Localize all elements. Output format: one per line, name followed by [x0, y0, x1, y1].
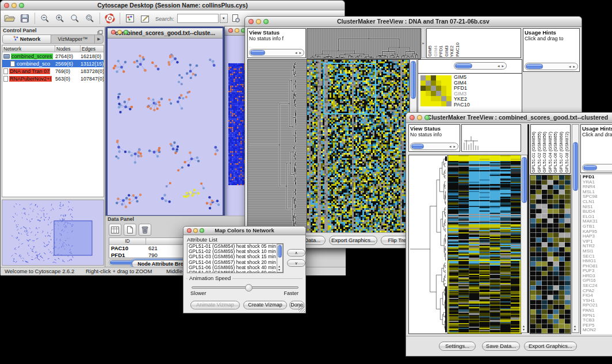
- new-attribute-icon[interactable]: [124, 224, 136, 236]
- expression-heatmap[interactable]: [307, 59, 410, 235]
- v-scrollbar[interactable]: [521, 155, 527, 333]
- animate-vizmap-button[interactable]: Animate Vizmap: [190, 301, 240, 309]
- minimize-button[interactable]: [12, 3, 17, 8]
- network-view-window-1[interactable]: combined_scores_good.txt--cluste...: [106, 26, 224, 217]
- minimize-button[interactable]: [117, 30, 122, 35]
- h-scrollbar[interactable]: [410, 143, 458, 150]
- window-controls[interactable]: [228, 28, 246, 33]
- network-overview-thumbnail[interactable]: [2, 200, 104, 266]
- window-titlebar[interactable]: combined_scores_good.txt--cluste...: [108, 28, 223, 39]
- treeview-window-combined[interactable]: ClusterMaker TreeView : combined_scores_…: [406, 112, 612, 357]
- close-button[interactable]: [4, 3, 9, 8]
- close-button[interactable]: [111, 30, 116, 35]
- network-row[interactable]: DNA and Tran 07769(0)183728(0): [2, 67, 104, 75]
- open-file-icon[interactable]: [3, 12, 17, 25]
- zoom-button[interactable]: [263, 19, 269, 24]
- expression-heatmap[interactable]: [447, 155, 522, 334]
- row-dendrogram[interactable]: [247, 59, 308, 235]
- scrollbar-thumb[interactable]: [526, 64, 543, 69]
- save-session-icon[interactable]: [18, 12, 32, 25]
- h-scrollbar[interactable]: [249, 49, 304, 56]
- window-titlebar[interactable]: Cytoscape Desktop (Session Name: collins…: [1, 1, 345, 10]
- window-controls[interactable]: [4, 3, 24, 8]
- scrollbar-thumb[interactable]: [250, 50, 265, 55]
- column-header-nodes[interactable]: Nodes: [55, 45, 81, 52]
- zoom-button[interactable]: [124, 30, 128, 35]
- minimize-button[interactable]: [235, 28, 239, 33]
- annotation-icon[interactable]: [138, 12, 152, 25]
- cytopanel-layout-icon[interactable]: [123, 12, 137, 25]
- minimize-button[interactable]: [417, 115, 422, 120]
- network-view-canvas[interactable]: [108, 39, 223, 214]
- attribute-list-item[interactable]: GPL51-07 (GSM868) heat shock 60 min: [188, 270, 283, 273]
- map-colors-dialog[interactable]: Map Colors to Network Attribute List GPL…: [183, 226, 306, 313]
- h-scrollbar[interactable]: [525, 63, 578, 70]
- tab-vizmapper[interactable]: VizMapper™: [51, 35, 95, 43]
- move-down-button[interactable]: ∨: [287, 259, 305, 267]
- minimize-button[interactable]: [193, 228, 198, 233]
- scrollbar-thumb[interactable]: [455, 63, 472, 68]
- slider-thumb[interactable]: [245, 284, 253, 292]
- zoom-heatmap[interactable]: [530, 175, 571, 334]
- delete-attribute-icon[interactable]: [139, 224, 151, 236]
- minimize-button[interactable]: [256, 19, 261, 24]
- tab-network[interactable]: Network: [3, 35, 51, 43]
- column-dendrogram[interactable]: [307, 28, 421, 59]
- search-dropdown-icon[interactable]: ▼: [220, 14, 228, 23]
- column-label: GPL51-06 (GSM865): [553, 132, 559, 173]
- tab-overflow-button[interactable]: ▶: [95, 35, 103, 43]
- close-button[interactable]: [228, 28, 233, 33]
- panel-splitter[interactable]: ▸: [421, 28, 426, 58]
- v-scrollbar[interactable]: [277, 244, 283, 273]
- network-row[interactable]: combined_scores2764(0)16218(0): [2, 52, 104, 60]
- save-data-button[interactable]: Save Data...: [482, 342, 520, 351]
- create-vizmap-button[interactable]: Create Vizmap: [243, 301, 287, 309]
- h-scrollbar[interactable]: [582, 164, 612, 171]
- select-attributes-icon[interactable]: [109, 224, 121, 236]
- gene-label[interactable]: MON2: [581, 328, 612, 333]
- dialog-titlebar[interactable]: Map Colors to Network: [183, 227, 305, 235]
- close-button[interactable]: [187, 228, 192, 233]
- scrollbar-thumb[interactable]: [583, 165, 597, 170]
- export-graphics-button[interactable]: Export Graphics...: [524, 342, 577, 351]
- settings-button[interactable]: Settings...: [439, 342, 476, 351]
- window-controls[interactable]: [248, 19, 269, 24]
- search-input[interactable]: [177, 14, 219, 23]
- zoom-button[interactable]: [19, 3, 24, 8]
- attribute-browser-icon[interactable]: [229, 12, 243, 25]
- scrollbar-thumb[interactable]: [278, 245, 282, 258]
- resize-grip[interactable]: [299, 306, 305, 312]
- window-titlebar[interactable]: ClusterMaker TreeView : combined_scores_…: [406, 113, 612, 123]
- window-controls[interactable]: [187, 228, 204, 233]
- scrollbar-thumb[interactable]: [411, 61, 416, 99]
- scrollbar-thumb[interactable]: [411, 144, 424, 149]
- attribute-list[interactable]: GPL51-01 (GSM854) heat shock 05 minGPL51…: [187, 243, 284, 273]
- close-button[interactable]: [248, 19, 254, 24]
- export-graphics-button[interactable]: Export Graphics...: [329, 236, 377, 245]
- column-header-edges[interactable]: Edges: [81, 45, 104, 52]
- scrollbar-thumb[interactable]: [573, 142, 578, 191]
- network-row[interactable]: RNAPuberNov2+!563(0)107847(0): [2, 75, 104, 82]
- network-row[interactable]: combined_sco2569(6)13112(15): [2, 60, 104, 67]
- zoom-fit-icon[interactable]: [68, 12, 82, 25]
- zoom-button[interactable]: [424, 115, 430, 120]
- help-lifesaver-icon[interactable]: [103, 12, 117, 25]
- animation-speed-slider[interactable]: [192, 286, 299, 289]
- h-scrollbar[interactable]: [454, 62, 507, 70]
- column-header-id[interactable]: ID: [109, 238, 146, 245]
- zoom-button[interactable]: [200, 228, 204, 233]
- row-dendrogram[interactable]: [408, 155, 449, 334]
- zoom-out-icon[interactable]: [38, 12, 52, 25]
- window-controls[interactable]: [410, 115, 430, 120]
- zoom-in-icon[interactable]: [53, 12, 67, 25]
- close-button[interactable]: [410, 115, 415, 120]
- v-scrollbar[interactable]: [572, 124, 579, 333]
- window-titlebar[interactable]: ClusterMaker TreeView : DNA and Tran 07-…: [245, 17, 582, 27]
- zoom-selected-icon[interactable]: [83, 12, 97, 25]
- column-header-network[interactable]: Network: [2, 45, 55, 52]
- window-controls[interactable]: [111, 30, 128, 35]
- scrollbar-thumb[interactable]: [522, 157, 527, 203]
- column-dendrogram[interactable]: [462, 125, 519, 150]
- move-up-button[interactable]: ∧: [287, 249, 305, 256]
- similarity-matrix[interactable]: [420, 75, 452, 106]
